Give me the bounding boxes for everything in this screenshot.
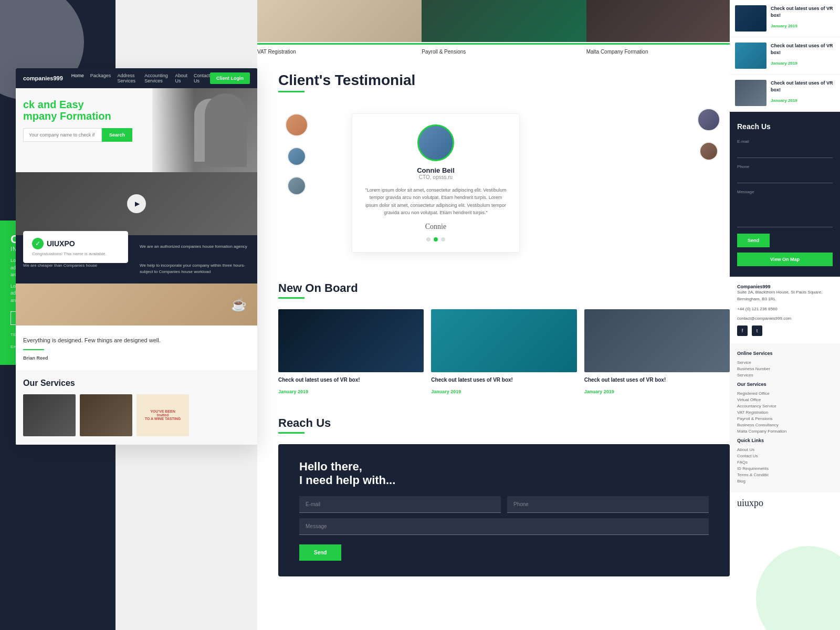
footer-our-services: Our Services Registered Office Virtual O… <box>737 382 833 434</box>
laptop-coffee-image <box>16 284 257 326</box>
testimonial-quote: "Lorem ipsum dolor sit amet, consectetur… <box>365 186 507 217</box>
nav-logo: companies999 <box>23 75 63 81</box>
search-button[interactable]: Search <box>102 128 132 142</box>
avatar-2[interactable] <box>287 147 306 166</box>
hero-company: mpany <box>23 110 57 122</box>
footer-services-link[interactable]: Services <box>737 373 833 377</box>
payroll-label: Payroll & Pensions <box>422 43 586 57</box>
footer-terms[interactable]: Terms & Conditic <box>737 472 833 477</box>
testimonial-dots <box>365 237 507 242</box>
footer-contact[interactable]: Contact Us <box>737 454 833 458</box>
nav-about[interactable]: About Us <box>175 73 187 83</box>
footer-accountancy[interactable]: Accountancy Service <box>737 404 833 408</box>
view-map-button[interactable]: View On Map <box>737 253 833 266</box>
email-input[interactable] <box>299 496 501 513</box>
service-img-2 <box>80 394 132 436</box>
green-circle-decoration <box>756 546 840 630</box>
board-card-2-title: Check out latest uses of VR box! <box>431 376 576 384</box>
email-label: E-mail <box>737 139 833 144</box>
dot-3[interactable] <box>441 237 445 242</box>
testimonial-company: CTO, opsss.ru <box>365 174 507 180</box>
footer-faqs[interactable]: FAQs <box>737 460 833 465</box>
footer-id[interactable]: ID Requirements <box>737 466 833 471</box>
nav-accounting[interactable]: Accounting Services <box>144 73 169 83</box>
nav-address[interactable]: Address Services <box>117 73 138 83</box>
send-right-button[interactable]: Send <box>737 234 770 247</box>
footer-virtual[interactable]: Virtual Office <box>737 397 833 402</box>
blog-card-1-text: Check out latest uses of VR box! January… <box>771 5 835 32</box>
footer-reg-office[interactable]: Registered Office <box>737 391 833 396</box>
nav-contact[interactable]: Contact Us <box>194 73 210 83</box>
feature-4-text: We help to incorporate your company with… <box>140 262 250 275</box>
person-1 <box>205 93 247 167</box>
company-name: Companies999 <box>737 284 833 289</box>
feature-4: We help to incorporate your company with… <box>140 262 250 275</box>
footer-our-services-heading: Our Services <box>737 382 833 387</box>
dot-2[interactable] <box>434 237 438 242</box>
footer-business-cons[interactable]: Business Consultancy <box>737 423 833 427</box>
company-address: Suite 2A, Blackthorn House, St Pauls Squ… <box>737 289 833 303</box>
board-card-1: Check out latest uses of VR box! January… <box>278 309 424 395</box>
avatar-1[interactable] <box>285 113 308 136</box>
play-button[interactable] <box>127 194 146 213</box>
contact-phone-input[interactable] <box>737 173 833 178</box>
testimonials-layout: Connie Beil CTO, opsss.ru "Lorem ipsum d… <box>278 103 730 260</box>
twitter-icon[interactable]: t <box>752 326 762 336</box>
nav-packages[interactable]: Packages <box>90 73 111 83</box>
footer-business-link[interactable]: Business Number <box>737 366 833 371</box>
footer-blog[interactable]: Blog <box>737 479 833 484</box>
blog-card-3: Check out latest uses of VR box! January… <box>730 75 840 112</box>
footer-logo-script: uiuxpo <box>730 492 840 514</box>
service-img-3: YOU'VE BEENInvitedTO A WINE TASTING <box>136 394 189 436</box>
video-section <box>16 172 257 235</box>
right-panel: Check out latest uses of VR box! January… <box>730 0 840 630</box>
hero-title: ck and Easy mpany Formation <box>23 99 132 122</box>
board-grid: Check out latest uses of VR box! January… <box>278 309 730 395</box>
contact-right: Reach Us E-mail Phone Message Send View … <box>730 112 840 277</box>
badge-logo: ✓ UIUXPO <box>32 238 119 249</box>
footer-vat[interactable]: VAT Registration <box>737 410 833 415</box>
malta-label: Malta Company Formation <box>586 43 751 57</box>
dot-1[interactable] <box>426 237 430 242</box>
quote-author: Brian Reed <box>23 355 48 361</box>
avatar-3[interactable] <box>287 176 306 195</box>
section-divider-2 <box>278 297 304 299</box>
board-img-3 <box>584 309 730 372</box>
hero-text: ck and Easy mpany Formation Search <box>23 99 132 142</box>
badge-message: Congratulations! This name is available. <box>32 251 119 256</box>
search-input[interactable] <box>23 128 102 142</box>
board-card-2: Check out latest uses of VR box! January… <box>431 309 576 395</box>
board-card-2-date: January 2019 <box>431 389 461 394</box>
contact-message-input[interactable] <box>737 195 833 222</box>
testimonial-name: Connie Beil <box>365 166 507 174</box>
feature-3-text: We are cheaper than Companies house <box>23 262 133 269</box>
footer-malta[interactable]: Malta Company Formation <box>737 429 833 434</box>
message-input[interactable] <box>299 518 709 535</box>
footer-about[interactable]: About Us <box>737 447 833 452</box>
website-card: companies999 Home Packages Address Servi… <box>16 68 257 445</box>
hero-image <box>152 88 257 172</box>
blog-thumb-3 <box>735 80 766 106</box>
board-card-1-title: Check out latest uses of VR box! <box>278 376 424 384</box>
vat-image <box>257 0 422 42</box>
blog-card-2: Check out latest uses of VR box! January… <box>730 37 840 75</box>
contact-email-input[interactable] <box>737 148 833 153</box>
testimonials-section: Client's Testimonial Connie Beil CTO, op… <box>257 57 751 271</box>
testimonials-heading: Client's Testimonial <box>278 72 730 89</box>
phone-input[interactable] <box>507 496 709 513</box>
footer-payroll[interactable]: Payroll & Pensions <box>737 416 833 421</box>
footer-service-link[interactable]: Service <box>737 360 833 365</box>
hero-section: ck and Easy mpany Formation Search <box>16 88 257 172</box>
facebook-icon[interactable]: f <box>737 326 748 336</box>
board-card-3-date: January 2019 <box>584 389 614 394</box>
our-services-section: Our Services YOU'VE BEENInvitedTO A WINE… <box>16 370 257 445</box>
avatar-right-1[interactable] <box>697 108 720 131</box>
client-login-button[interactable]: Client Login <box>210 72 250 84</box>
send-button[interactable]: Send <box>299 544 341 561</box>
blog-1-title: Check out latest uses of VR box! <box>771 5 835 18</box>
avatar-right-2[interactable] <box>699 142 718 161</box>
new-on-board-heading: New On Board <box>278 281 730 295</box>
nav-home[interactable]: Home <box>71 73 84 83</box>
hero-title-1: ck and Easy <box>23 99 84 110</box>
hero-formation: Formation <box>60 110 111 122</box>
